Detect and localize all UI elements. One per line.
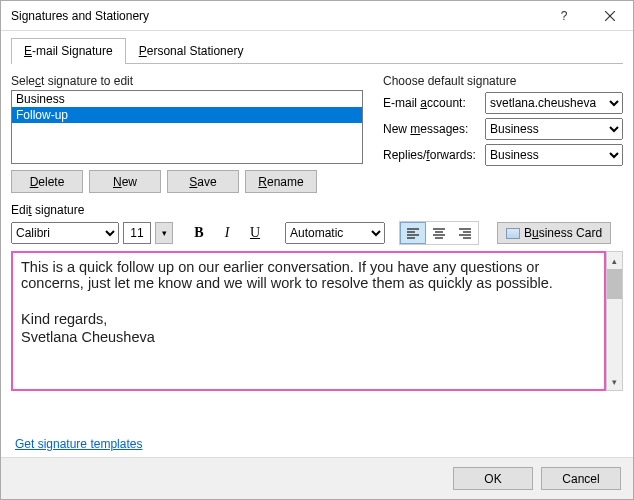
- editor-scrollbar[interactable]: ▴ ▾: [606, 251, 623, 391]
- rename-button[interactable]: Rename: [245, 170, 317, 193]
- default-signature-label: Choose default signature: [383, 74, 623, 88]
- signature-editor[interactable]: This is a quick follow up on our earlier…: [11, 251, 606, 391]
- editor-wrap: This is a quick follow up on our earlier…: [11, 251, 623, 391]
- business-card-label: Business Card: [524, 226, 602, 240]
- align-center-button[interactable]: [426, 222, 452, 244]
- tab-email-signature[interactable]: E-mail Signature: [11, 38, 126, 64]
- cancel-button[interactable]: Cancel: [541, 467, 621, 490]
- signature-item-business[interactable]: Business: [12, 91, 362, 107]
- window-title: Signatures and Stationery: [11, 9, 541, 23]
- new-button[interactable]: New: [89, 170, 161, 193]
- dialog-window: Signatures and Stationery ? E-mail Signa…: [0, 0, 634, 500]
- help-button[interactable]: ?: [541, 1, 587, 31]
- editor-text-line: Svetlana Cheusheva: [21, 329, 596, 345]
- signature-item-followup[interactable]: Follow-up: [12, 107, 362, 123]
- font-size-input[interactable]: [123, 222, 151, 244]
- bold-button[interactable]: B: [187, 222, 211, 244]
- ok-button[interactable]: OK: [453, 467, 533, 490]
- underline-button[interactable]: U: [243, 222, 267, 244]
- editor-blank-line: [21, 293, 596, 309]
- alignment-group: [399, 221, 479, 245]
- scroll-thumb[interactable]: [607, 269, 622, 299]
- business-card-icon: [506, 228, 520, 239]
- tab-label: E-mail Signature: [24, 44, 113, 58]
- email-account-label: E-mail account:: [383, 96, 479, 110]
- replies-forwards-label: Replies/forwards:: [383, 148, 479, 162]
- content-area: E-mail Signature Personal Stationery Sel…: [1, 31, 633, 457]
- editor-text-line: Kind regards,: [21, 311, 596, 327]
- font-size-dropdown[interactable]: ▾: [155, 222, 173, 244]
- save-button[interactable]: Save: [167, 170, 239, 193]
- business-card-button[interactable]: Business Card: [497, 222, 611, 244]
- formatting-toolbar: Calibri ▾ B I U Automatic: [11, 221, 623, 245]
- italic-button[interactable]: I: [215, 222, 239, 244]
- align-left-button[interactable]: [400, 222, 426, 244]
- email-account-select[interactable]: svetlana.cheusheva: [485, 92, 623, 114]
- align-right-button[interactable]: [452, 222, 478, 244]
- tab-label: Personal Stationery: [139, 44, 244, 58]
- dialog-footer: OK Cancel: [1, 457, 633, 499]
- signature-list[interactable]: Business Follow-up: [11, 90, 363, 164]
- new-messages-select[interactable]: Business: [485, 118, 623, 140]
- select-signature-label: Select signature to edit: [11, 74, 363, 88]
- titlebar: Signatures and Stationery ?: [1, 1, 633, 31]
- edit-signature-label: Edit signature: [11, 203, 623, 217]
- tab-strip: E-mail Signature Personal Stationery: [11, 37, 623, 64]
- scroll-down-arrow[interactable]: ▾: [607, 373, 622, 390]
- font-color-select[interactable]: Automatic: [285, 222, 385, 244]
- replies-forwards-select[interactable]: Business: [485, 144, 623, 166]
- new-messages-label: New messages:: [383, 122, 479, 136]
- font-family-select[interactable]: Calibri: [11, 222, 119, 244]
- editor-text-line: This is a quick follow up on our earlier…: [21, 259, 596, 291]
- close-button[interactable]: [587, 1, 633, 31]
- tab-personal-stationery[interactable]: Personal Stationery: [126, 38, 257, 64]
- scroll-up-arrow[interactable]: ▴: [607, 252, 622, 269]
- get-templates-link[interactable]: Get signature templates: [11, 429, 623, 457]
- delete-button[interactable]: Delete: [11, 170, 83, 193]
